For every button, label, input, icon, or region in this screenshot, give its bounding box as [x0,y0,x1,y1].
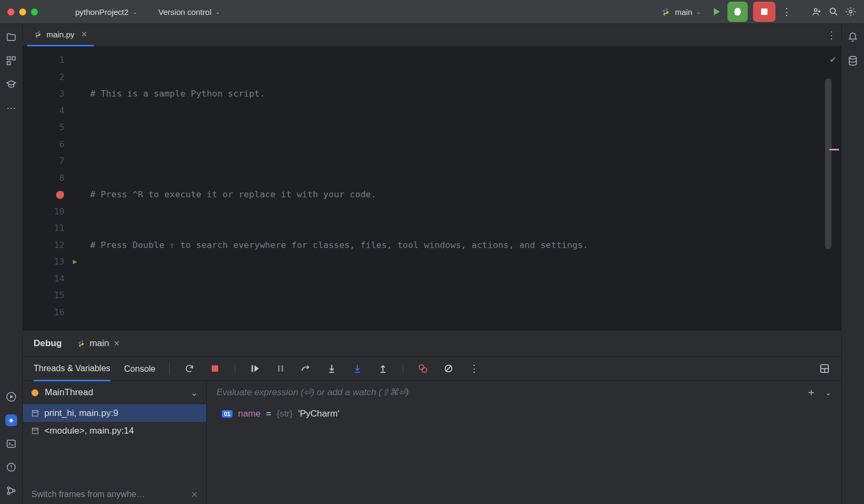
variable-name: name [238,409,261,419]
threads-variables-tab[interactable]: Threads & Variables [34,364,110,381]
svg-rect-24 [33,410,38,412]
debug-tool-icon[interactable] [5,414,17,426]
run-tool-icon[interactable] [5,391,17,403]
debug-more-icon[interactable]: ⋮ [468,363,480,374]
settings-gear-icon[interactable] [845,6,857,18]
svg-point-2 [814,9,817,11]
svg-rect-26 [33,428,38,430]
notifications-icon[interactable] [847,31,859,43]
thread-name: MainThread [45,387,93,398]
frame-item[interactable]: print_hi, main.py:9 [23,404,206,422]
svg-point-14 [13,490,15,492]
chevron-down-icon: ⌄ [133,9,137,15]
svg-point-4 [850,11,852,13]
version-control-label: Version control [158,7,211,17]
more-actions[interactable]: ⋮ [781,6,793,18]
window-controls [7,9,38,15]
debug-session-tab[interactable]: main ✕ [77,338,120,349]
debug-button[interactable] [727,2,748,22]
stop-button[interactable] [753,2,775,22]
database-icon[interactable] [847,55,859,67]
frame-item[interactable]: <module>, main.py:14 [23,422,206,439]
rerun-icon[interactable] [183,363,195,374]
svg-rect-16 [252,365,253,372]
scrollbar-thumb[interactable] [825,78,831,249]
resume-icon[interactable] [249,363,261,374]
tab-more-icon[interactable]: ⋮ [827,29,837,41]
chevron-down-icon: ⌄ [215,9,220,15]
svg-point-0 [735,10,740,15]
step-into-my-code-icon[interactable] [351,363,363,374]
python-icon [34,30,42,38]
titlebar: pythonProject2 ⌄ Version control ⌄ main … [0,0,864,24]
left-tool-rail: ⋯ [0,24,23,504]
project-name: pythonProject2 [75,7,129,17]
frames-hint: Switch frames from anywhe… [31,490,145,499]
more-tools-icon[interactable]: ⋯ [5,102,17,114]
code-with-me-icon[interactable] [811,6,822,18]
run-config-name: main [675,7,692,17]
chevron-down-icon: ⌄ [697,9,701,15]
svg-point-13 [7,492,10,494]
project-selector[interactable]: pythonProject2 ⌄ [75,7,137,17]
variable-row[interactable]: 01 name = {str} 'PyCharm' [207,404,841,423]
vcs-tool-icon[interactable] [5,485,17,497]
breakpoint-marker[interactable]: 9 [23,186,87,203]
svg-point-19 [419,365,424,370]
chevron-down-icon: ⌄ [190,387,198,398]
file-tab-mainpy[interactable]: main.py ✕ [27,24,94,46]
expand-icon[interactable]: ⌄ [825,388,831,397]
debug-title: Debug [34,338,62,349]
svg-rect-15 [212,365,218,372]
minimize-window[interactable] [19,9,26,15]
variable-value: 'PyCharm' [298,409,339,419]
svg-rect-7 [7,62,11,65]
console-tab[interactable]: Console [124,364,156,380]
view-breakpoints-icon[interactable] [417,363,429,374]
code-editor[interactable]: 1 2 3 4 5 6 7 8 9 10 11 12 13 14 15 16 #… [23,46,841,330]
mute-breakpoints-icon[interactable] [443,363,454,374]
learn-tool-icon[interactable] [5,78,17,90]
add-watch-icon[interactable] [807,388,815,397]
close-tab-icon[interactable]: ✕ [81,30,87,38]
evaluate-expression-input[interactable] [217,387,807,398]
close-hint-icon[interactable]: ✕ [191,490,198,500]
run-button[interactable] [710,6,722,18]
step-out-icon[interactable] [377,363,389,374]
stop-icon[interactable] [209,363,221,374]
version-control-menu[interactable]: Version control ⌄ [158,7,220,17]
gutter: 1 2 3 4 5 6 7 8 9 10 11 12 13 14 15 16 [23,46,87,330]
thread-selector[interactable]: MainThread ⌄ [23,381,206,404]
pause-icon[interactable] [275,363,286,374]
search-icon[interactable] [828,6,839,18]
debug-panel: Debug main ✕ Threads & Variables Console [23,330,841,504]
thread-status-icon [31,389,38,396]
maximize-window[interactable] [31,9,38,15]
close-window[interactable] [7,9,14,15]
svg-rect-1 [761,9,767,15]
code-area[interactable]: # This is a sample Python script. # Pres… [87,46,841,330]
svg-rect-25 [33,428,38,434]
frames-pane: MainThread ⌄ print_hi, main.py:9 <module… [23,381,207,504]
svg-point-20 [422,367,427,372]
structure-tool-icon[interactable] [5,55,17,67]
project-tool-icon[interactable] [5,31,17,43]
close-session-icon[interactable]: ✕ [114,339,120,348]
run-configuration-selector[interactable]: main ⌄ [661,7,701,17]
svg-point-3 [830,8,835,13]
svg-rect-23 [33,410,38,416]
problems-tool-icon[interactable] [5,461,17,473]
run-gutter-icon[interactable]: 13 [23,253,87,270]
step-over-icon[interactable] [300,363,312,374]
svg-rect-5 [7,57,11,60]
terminal-tool-icon[interactable] [5,438,17,450]
variable-badge-icon: 01 [222,410,233,418]
error-stripe-mark[interactable] [829,149,839,150]
svg-rect-17 [278,365,280,372]
file-tab-label: main.py [46,30,75,39]
svg-rect-10 [7,440,15,447]
frame-icon [31,410,39,417]
step-into-icon[interactable] [326,363,338,374]
inspection-ok-icon[interactable]: ✔ [830,51,836,68]
layout-settings-icon[interactable] [819,363,830,374]
